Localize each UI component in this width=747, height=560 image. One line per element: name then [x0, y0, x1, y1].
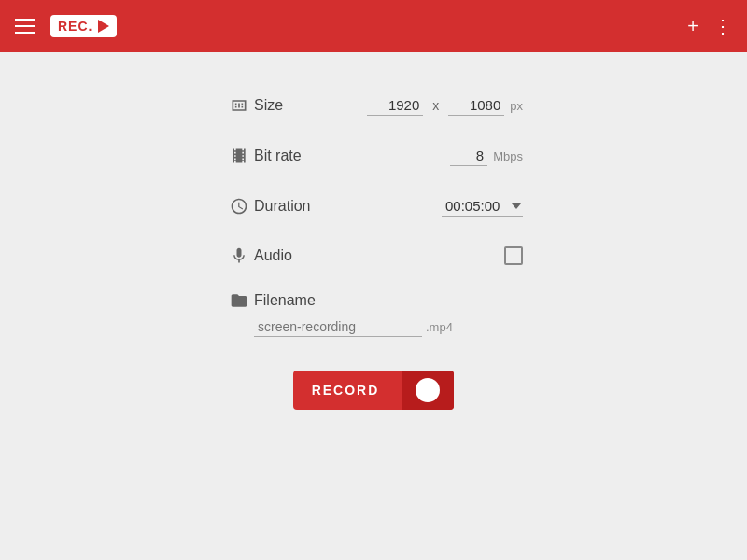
bitrate-control: Mbps	[450, 146, 523, 166]
mic-icon	[230, 246, 248, 265]
main-content: Size x px Bit rate Mbps	[0, 52, 747, 410]
clock-icon	[230, 197, 248, 216]
duration-row: Duration 00:05:00 00:01:00 00:10:00 00:1…	[224, 181, 523, 231]
add-button[interactable]: +	[687, 17, 698, 35]
filename-input-row: .mp4	[224, 314, 523, 337]
bitrate-icon	[224, 147, 254, 165]
record-button-label: RECORD	[293, 383, 402, 398]
audio-icon	[224, 246, 254, 265]
bitrate-row: Bit rate Mbps	[224, 131, 523, 181]
more-button[interactable]: ⋮	[713, 17, 732, 35]
filename-input[interactable]	[254, 317, 422, 337]
audio-control	[504, 246, 523, 265]
topbar: REC. + ⋮	[0, 0, 747, 52]
size-separator: x	[432, 98, 439, 113]
topbar-left: REC.	[15, 15, 117, 37]
record-toggle-circle	[416, 378, 440, 402]
logo-text: REC.	[58, 19, 92, 34]
filename-header-row: Filename	[224, 280, 523, 314]
folder-icon	[230, 291, 248, 310]
bitrate-input[interactable]	[450, 146, 487, 166]
size-row: Size x px	[224, 80, 523, 131]
record-toggle	[402, 371, 454, 410]
filename-label: Filename	[254, 292, 347, 309]
record-section: RECORD	[224, 371, 523, 410]
camera-icon	[98, 20, 109, 33]
duration-control: 00:05:00 00:01:00 00:10:00 00:15:00 00:3…	[442, 196, 523, 217]
audio-row: Audio	[224, 231, 523, 280]
audio-checkbox[interactable]	[504, 246, 523, 265]
duration-icon	[224, 197, 254, 216]
size-control: x px	[367, 95, 523, 116]
duration-label: Duration	[254, 198, 347, 215]
ruler-icon	[230, 96, 248, 115]
size-label: Size	[254, 97, 347, 114]
size-height-input[interactable]	[448, 95, 504, 116]
app-logo: REC.	[50, 15, 117, 37]
bitrate-unit: Mbps	[493, 149, 523, 163]
film-icon	[230, 147, 248, 165]
size-icon	[224, 96, 254, 115]
menu-button[interactable]	[15, 19, 35, 34]
filename-ext: .mp4	[426, 320, 453, 334]
topbar-right: + ⋮	[687, 17, 732, 35]
bitrate-label: Bit rate	[254, 147, 347, 164]
record-button[interactable]: RECORD	[293, 371, 455, 410]
settings-panel: Size x px Bit rate Mbps	[224, 80, 523, 410]
size-unit: px	[510, 99, 523, 113]
duration-select[interactable]: 00:05:00 00:01:00 00:10:00 00:15:00 00:3…	[442, 196, 523, 217]
audio-label: Audio	[254, 247, 347, 264]
filename-icon	[224, 291, 254, 310]
size-width-input[interactable]	[367, 95, 423, 116]
